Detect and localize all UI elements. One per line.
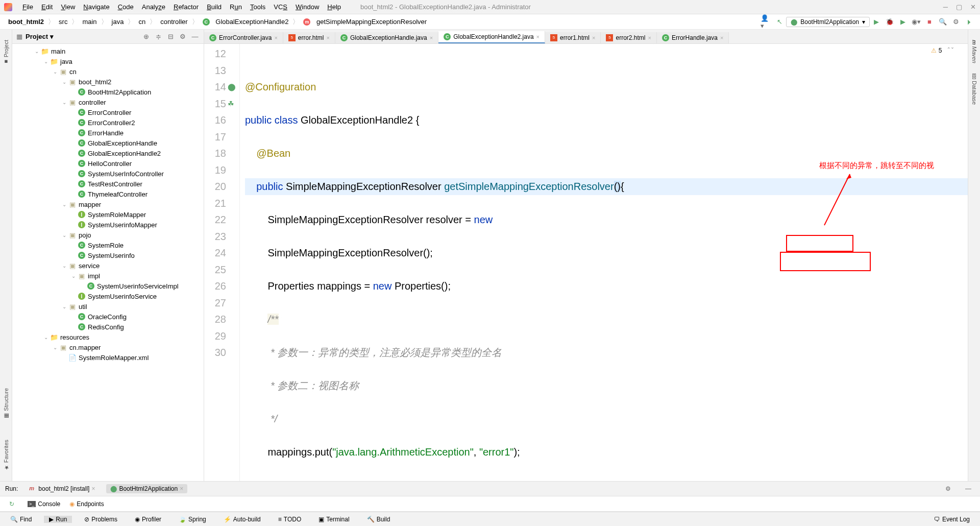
maximize-icon[interactable]: ▢ [956, 3, 962, 11]
gear-icon[interactable]: ⚙ [178, 32, 187, 41]
terminal-tab[interactable]: ▣ Terminal [313, 516, 354, 523]
breadcrumb-item[interactable]: java [108, 17, 128, 27]
maven-rail-label[interactable]: m Maven [971, 40, 977, 63]
breadcrumb-method[interactable]: m getSimpleMappingExceptionResolver [299, 17, 431, 27]
tree-boothtml2[interactable]: ⌄▣boot_html2 [12, 77, 204, 87]
console-tab[interactable]: >_Console [28, 500, 60, 508]
menu-build[interactable]: Build [203, 3, 226, 11]
tree-item-SystemRole[interactable]: CSystemRole [12, 240, 204, 250]
editor-tab[interactable]: 5error1.html× [545, 32, 601, 43]
breadcrumb-item[interactable]: src [55, 17, 71, 27]
hide-icon[interactable]: — [190, 32, 200, 41]
debug-icon[interactable]: 🐞 [884, 16, 895, 28]
tree-service[interactable]: ⌄▣service [12, 260, 204, 271]
tree-util[interactable]: ⌄▣util [12, 301, 204, 312]
tree-controller[interactable]: ⌄▣controller [12, 97, 204, 107]
tree-item-GlobalExceptionHandle[interactable]: CGlobalExceptionHandle [12, 138, 204, 148]
tree-mapper[interactable]: ⌄▣mapper [12, 199, 204, 209]
menu-tools[interactable]: Tools [246, 3, 270, 11]
database-rail-label[interactable]: 🗄 Database [971, 74, 977, 105]
menu-help[interactable]: Help [323, 3, 345, 11]
tree-item-SystemUserInfoController[interactable]: CSystemUserInfoController [12, 169, 204, 179]
menu-edit[interactable]: Edit [37, 3, 57, 11]
menu-navigate[interactable]: Navigate [79, 3, 113, 11]
tree-item-SystemUserinfoMapper[interactable]: ISystemUserinfoMapper [12, 220, 204, 230]
tree-impl[interactable]: ⌄▣impl [12, 271, 204, 281]
profiler-tab[interactable]: ◉ Profiler [130, 516, 166, 523]
tree-item-ErrorHandle[interactable]: CErrorHandle [12, 128, 204, 138]
tree-item-HelloController[interactable]: CHelloController [12, 158, 204, 169]
project-tree[interactable]: ⌄📁main⌄📁java⌄▣cn⌄▣boot_html2CBootHtml2Ap… [12, 44, 204, 481]
menu-refactor[interactable]: Refactor [169, 3, 203, 11]
collapse-icon[interactable]: ⊟ [166, 32, 175, 41]
tree-item-SystemUserinfoServiceImpl[interactable]: CSystemUserinfoServiceImpl [12, 281, 204, 291]
user-icon[interactable]: 👤▾ [761, 16, 772, 28]
tree-item-GlobalExceptionHandle2[interactable]: CGlobalExceptionHandle2 [12, 148, 204, 158]
breadcrumb-item[interactable]: controller [156, 17, 191, 27]
code-editor[interactable]: 12131415161718192021222324252627282930 ⬤… [204, 44, 968, 481]
back-icon[interactable]: ↖ [774, 16, 785, 28]
bean-gutter-icon[interactable]: ☘ [228, 95, 234, 112]
tree-item-ThymeleafController[interactable]: CThymeleafController [12, 189, 204, 199]
todo-tab[interactable]: ≡ TODO [273, 516, 306, 523]
event-log-tab[interactable]: 🗨 Event Log [929, 516, 975, 523]
tree-item-RedisConfig[interactable]: CRedisConfig [12, 322, 204, 332]
tree-java[interactable]: ⌄📁java [12, 56, 204, 66]
editor-tab[interactable]: 5error.html× [283, 32, 335, 43]
rerun-icon[interactable]: ↻ [6, 498, 17, 510]
build-tab[interactable]: 🔨 Build [362, 516, 396, 523]
endpoints-tab[interactable]: ◉Endpoints [69, 500, 104, 508]
play-all-icon[interactable]: ⏵ [964, 16, 975, 28]
find-tab[interactable]: 🔍 Find [5, 516, 37, 523]
tree-xml[interactable]: 📄SystemRoleMapper.xml [12, 352, 204, 363]
inspection-widget[interactable]: ⚠5 ˆ ˇ [931, 47, 953, 54]
run-configuration-selector[interactable]: ⬤BootHtml2Application▾ [786, 17, 870, 27]
run-icon[interactable]: ▶ [871, 16, 882, 28]
tree-item-OracleConfig[interactable]: COracleConfig [12, 312, 204, 322]
run-coverage-icon[interactable]: ▶ [897, 16, 909, 28]
menu-view[interactable]: View [57, 3, 79, 11]
editor-tab[interactable]: CErrorController.java× [204, 32, 283, 43]
tree-app[interactable]: CBootHtml2Application [12, 87, 204, 97]
search-icon[interactable]: 🔍 [937, 16, 948, 28]
gear-icon[interactable]: ⚙ [942, 483, 953, 494]
tree-item-SystemUserinfoService[interactable]: ISystemUserinfoService [12, 291, 204, 301]
run-tab-app[interactable]: ⬤BootHtml2Application × [106, 484, 187, 493]
tree-cn[interactable]: ⌄▣cn [12, 66, 204, 77]
close-icon[interactable]: ✕ [970, 3, 976, 11]
panel-title[interactable]: Project ▾ [26, 33, 138, 40]
spring-tab[interactable]: 🍃 Spring [174, 516, 211, 523]
breadcrumb-item[interactable]: main [78, 17, 101, 27]
run-tab-install[interactable]: mboot_html2 [install] × [25, 484, 99, 493]
menu-analyze[interactable]: Analyze [138, 3, 169, 11]
breadcrumb-class[interactable]: C GlobalExceptionHandle2 [199, 17, 293, 27]
editor-tab[interactable]: CGlobalExceptionHandle2.java× [438, 31, 545, 43]
profile-icon[interactable]: ◉▾ [911, 16, 922, 28]
tree-main[interactable]: ⌄📁main [12, 46, 204, 56]
tree-item-ErrorController[interactable]: CErrorController [12, 107, 204, 117]
minimize-icon[interactable]: ─ [943, 3, 948, 11]
problems-tab[interactable]: ⊘ Problems [79, 516, 122, 523]
run-gutter-icon[interactable]: ⬤ [228, 79, 236, 95]
expand-icon[interactable]: ≑ [154, 32, 163, 41]
tree-cnmapper[interactable]: ⌄▣cn.mapper [12, 342, 204, 352]
tree-item-TestRestController[interactable]: CTestRestController [12, 179, 204, 189]
tree-resources[interactable]: ⌄📁resources [12, 332, 204, 342]
locate-icon[interactable]: ⊕ [141, 32, 151, 41]
hide-icon[interactable]: — [963, 483, 974, 494]
breadcrumb-root[interactable]: boot_html2 [4, 17, 48, 27]
menu-file[interactable]: File [18, 3, 37, 11]
favorites-rail-label[interactable]: ★ Favorites [3, 440, 9, 471]
run-tab[interactable]: ▶ Run [44, 516, 72, 523]
tree-pojo[interactable]: ⌄▣pojo [12, 230, 204, 240]
menu-run[interactable]: Run [226, 3, 246, 11]
editor-tab[interactable]: 5error2.html× [601, 32, 656, 43]
editor-tab[interactable]: CErrorHandle.java× [657, 32, 729, 43]
editor-tab[interactable]: CGlobalExceptionHandle.java× [335, 32, 438, 43]
project-rail-label[interactable]: ■ Project [3, 40, 9, 65]
breadcrumb-item[interactable]: cn [134, 17, 150, 27]
tree-item-ErrorController2[interactable]: CErrorController2 [12, 117, 204, 128]
tree-item-SystemRoleMapper[interactable]: ISystemRoleMapper [12, 209, 204, 220]
menu-code[interactable]: Code [114, 3, 138, 11]
menu-vcs[interactable]: VCS [270, 3, 291, 11]
